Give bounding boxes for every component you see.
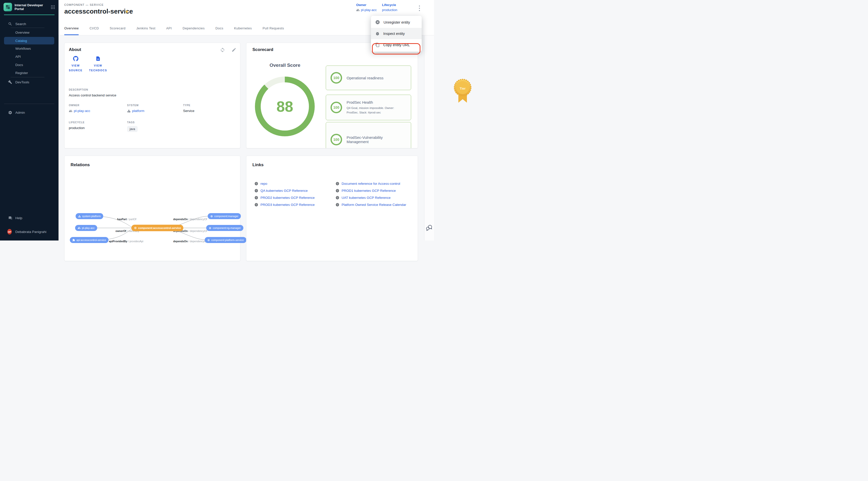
- links-card: Links repoQA kubernetes GCP ReferencePRO…: [246, 156, 418, 241]
- tab-docs[interactable]: Docs: [216, 26, 223, 35]
- tab-kubernetes[interactable]: Kubernetes: [234, 26, 252, 35]
- link-label: Document reference for Access-control: [342, 182, 400, 186]
- external-link[interactable]: PROD3 kubernetes GCP Reference: [254, 203, 315, 206]
- node-api-accesscontrol-service[interactable]: api:accesscontrol-service: [70, 237, 108, 241]
- score-ring: 100: [331, 134, 342, 146]
- menu-item-inspect-entity[interactable]: Inspect entity: [371, 28, 422, 39]
- node-system-platform[interactable]: system:platform: [75, 213, 103, 219]
- sidebar-item-workflows[interactable]: Workflows: [0, 45, 59, 52]
- document-icon: [95, 56, 101, 61]
- node-component-manager[interactable]: component:manager: [208, 213, 241, 219]
- node-label: api:accesscontrol-service: [76, 238, 106, 241]
- edge-label: apiProvidedBy / providesApi: [106, 240, 146, 241]
- node-component-accesscontrol-service[interactable]: component:accesscontrol-service: [131, 225, 183, 231]
- scorecard-card: Scorecard Overall Score 88 100 Operation…: [246, 43, 418, 148]
- sidebar-item-devtools[interactable]: DevTools: [0, 78, 59, 86]
- breadcrumb: COMPONENT — SERVICE: [64, 3, 104, 6]
- external-link[interactable]: Platform Owned Service Release Calendar: [336, 203, 406, 206]
- external-link[interactable]: repo: [254, 182, 267, 186]
- node-label: pl-play-acc: [82, 226, 95, 229]
- user-name: Debabrata Panigrahi: [15, 230, 46, 234]
- sidebar-item-admin[interactable]: Admin: [0, 109, 59, 116]
- owner-meta: Owner pl-play-acc: [356, 3, 377, 12]
- copy-icon: [375, 43, 380, 47]
- tab-jenkins-test[interactable]: Jenkins Test: [136, 26, 155, 35]
- group-icon: [69, 109, 72, 113]
- tag-chip[interactable]: java: [127, 126, 137, 132]
- menu-item-copy-entity-url[interactable]: Copy entity URL: [371, 39, 422, 51]
- entry-description: Q4 Goal, mission impossible. Owner: Prod…: [347, 106, 401, 115]
- view-techdocs-link[interactable]: VIEWTECHDOCS: [89, 56, 107, 73]
- scrollbar-gutter[interactable]: [424, 35, 434, 241]
- owner-label: Owner: [356, 3, 377, 7]
- scorecard-entry[interactable]: 100 ProdSec-Vulnerability Management: [326, 122, 411, 148]
- menu-item-unregister-entity[interactable]: Unregister entity: [371, 17, 422, 28]
- tab-pull-requests[interactable]: Pull Requests: [263, 26, 284, 35]
- sidebar-divider: [10, 28, 44, 28]
- node-component-platform-service[interactable]: component:platform-service: [205, 237, 246, 241]
- edit-pencil-icon[interactable]: [231, 47, 237, 53]
- link-label: PROD1 kubernetes GCP Reference: [342, 189, 396, 193]
- sidebar-item-register[interactable]: Register: [0, 69, 59, 76]
- sidebar-user[interactable]: DP Debabrata Panigrahi: [0, 227, 59, 236]
- edge-label: dependsOn / dependencyOf: [170, 218, 210, 221]
- owner-link[interactable]: pl-play-acc: [356, 8, 377, 12]
- sidebar-item-overview[interactable]: Overview: [0, 29, 59, 36]
- field-lifecycle: LIFECYCLE production: [69, 121, 127, 132]
- menu-item-label: Unregister entity: [383, 20, 410, 24]
- description-value: Access control backend service: [69, 93, 116, 97]
- help-chat-icon: ?: [8, 216, 12, 220]
- owner-field-link[interactable]: pl-play-acc: [69, 109, 127, 113]
- tab-cicd[interactable]: CI/CD: [89, 26, 99, 35]
- external-link[interactable]: Document reference for Access-control: [336, 182, 400, 186]
- score-ring: 100: [331, 102, 342, 113]
- node-pl-play-acc[interactable]: pl-play-acc: [75, 225, 97, 231]
- app-title: Internal Developer Portal: [14, 3, 48, 11]
- system-field-link[interactable]: platform: [127, 109, 183, 113]
- entity-menu-button[interactable]: [417, 5, 422, 11]
- overall-score-value: 88: [277, 98, 293, 115]
- sidebar-item-help[interactable]: ? Help: [0, 214, 59, 222]
- menu-item-label: Copy entity URL: [383, 43, 410, 47]
- chat-bubbles-icon[interactable]: [426, 224, 433, 231]
- link-label: UAT kubernetes GCP Reference: [342, 196, 391, 200]
- external-link[interactable]: QA kubernetes GCP Reference: [254, 189, 308, 193]
- owner-field-value: pl-play-acc: [74, 109, 90, 113]
- external-link[interactable]: PROD2 kubernetes GCP Reference: [254, 196, 315, 200]
- owner-field-label: OWNER: [69, 104, 127, 107]
- node-component-ng-manager[interactable]: component:ng-manager: [206, 225, 243, 231]
- sidebar-item-label: Search: [15, 22, 26, 26]
- external-link[interactable]: UAT kubernetes GCP Reference: [336, 196, 391, 200]
- tab-api[interactable]: API: [166, 26, 172, 35]
- globe-icon: [254, 196, 258, 200]
- view-source-link[interactable]: VIEWSOURCE: [69, 56, 83, 73]
- sidebar-item-api[interactable]: API: [0, 53, 59, 60]
- sidebar-item-search[interactable]: Search: [0, 20, 59, 28]
- external-link[interactable]: PROD1 kubernetes GCP Reference: [336, 189, 396, 193]
- sidebar-item-docs[interactable]: Docs: [0, 61, 59, 68]
- lifecycle-meta: Lifecycle production: [382, 3, 397, 12]
- globe-icon: [336, 182, 339, 186]
- globe-icon: [336, 196, 339, 200]
- tab-scorecard[interactable]: Scorecard: [110, 26, 126, 35]
- favorite-star-icon[interactable]: ★: [125, 9, 129, 14]
- sidebar-item-catalog[interactable]: Catalog: [4, 37, 54, 44]
- sidebar-item-label: Help: [15, 216, 22, 220]
- view-techdocs-line1: VIEW: [94, 64, 102, 67]
- lifecycle-field-label: LIFECYCLE: [69, 121, 127, 124]
- tab-dependencies[interactable]: Dependencies: [183, 26, 205, 35]
- link-label: PROD2 kubernetes GCP Reference: [260, 196, 315, 200]
- tab-overview[interactable]: Overview: [64, 26, 79, 35]
- refresh-icon[interactable]: [220, 47, 225, 53]
- node-label: component:platform-service: [211, 238, 244, 241]
- scorecard-entry[interactable]: 100 ProdSec Health Q4 Goal, mission impo…: [326, 95, 411, 120]
- group-icon: [78, 226, 81, 229]
- entry-title: ProdSec Health: [347, 100, 400, 104]
- overall-score-label: Overall Score: [259, 63, 311, 68]
- page-title: accesscontrol-service: [64, 7, 133, 15]
- link-label: repo: [260, 182, 267, 186]
- scorecard-entry[interactable]: 100 Operational readiness: [326, 66, 411, 90]
- entry-title: ProdSec-Vulnerability Management: [347, 135, 400, 144]
- apps-grid-icon[interactable]: [51, 5, 55, 9]
- sidebar-divider: [10, 77, 44, 77]
